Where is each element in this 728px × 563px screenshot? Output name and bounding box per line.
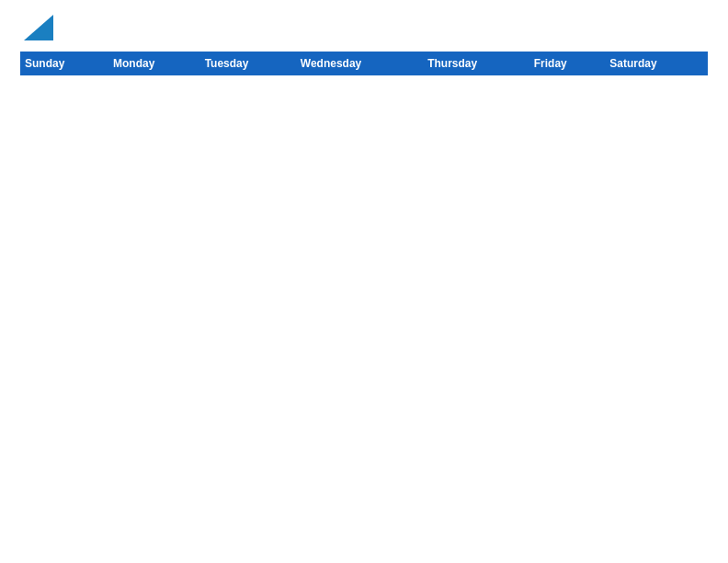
weekday-friday: Friday [529, 52, 606, 75]
page: SundayMondayTuesdayWednesdayThursdayFrid… [0, 0, 728, 563]
weekday-monday: Monday [108, 52, 200, 75]
svg-marker-0 [24, 15, 53, 40]
weekday-wednesday: Wednesday [296, 52, 423, 75]
calendar-table: SundayMondayTuesdayWednesdayThursdayFrid… [20, 52, 708, 75]
logo [20, 20, 53, 42]
weekday-thursday: Thursday [424, 52, 530, 75]
weekday-tuesday: Tuesday [200, 52, 296, 75]
weekday-saturday: Saturday [606, 52, 708, 75]
logo-icon [24, 15, 53, 40]
header [20, 17, 708, 42]
weekday-sunday: Sunday [21, 52, 109, 75]
weekday-header-row: SundayMondayTuesdayWednesdayThursdayFrid… [21, 52, 708, 75]
